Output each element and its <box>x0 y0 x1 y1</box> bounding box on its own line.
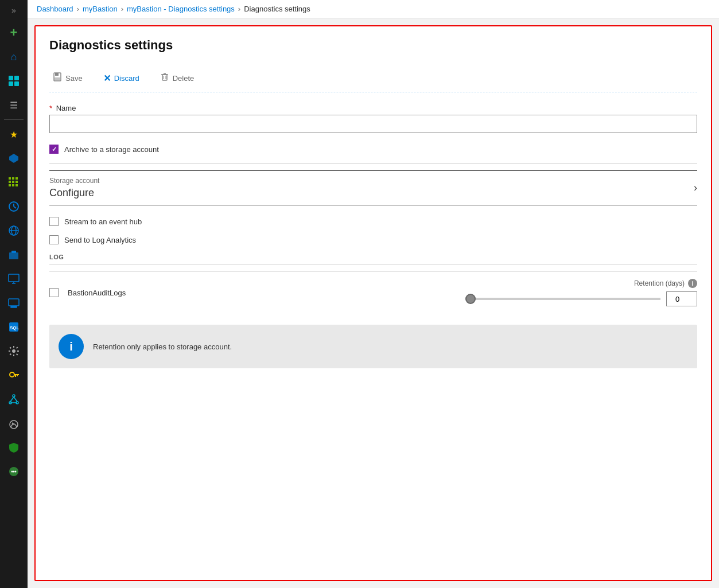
svg-rect-47 <box>55 73 59 76</box>
retention-label: Retention (days) i <box>634 279 697 288</box>
delete-button[interactable]: Delete <box>157 70 198 86</box>
breadcrumb-dashboard[interactable]: Dashboard <box>37 5 73 13</box>
sidebar-item-resources[interactable] <box>0 146 28 170</box>
slider-row <box>169 291 697 306</box>
breadcrumb-mybastion[interactable]: myBastion <box>83 5 118 13</box>
send-log-checkbox[interactable] <box>49 235 59 244</box>
sidebar-collapse-btn[interactable]: » <box>0 0 28 21</box>
discard-label: Discard <box>114 74 139 83</box>
svg-line-38 <box>14 397 17 402</box>
sidebar-item-recent[interactable] <box>0 194 28 219</box>
svg-rect-20 <box>9 252 18 259</box>
breadcrumb-sep-3: › <box>238 5 240 13</box>
delete-label: Delete <box>173 74 195 83</box>
sidebar-item-vm[interactable] <box>0 267 28 291</box>
stream-checkbox[interactable] <box>49 217 59 226</box>
cube-icon <box>8 153 20 164</box>
key-icon <box>8 369 20 381</box>
sidebar-item-sql[interactable]: SQL <box>0 315 28 339</box>
breadcrumb-diagnostics-link[interactable]: myBastion - Diagnostics settings <box>127 5 235 13</box>
svg-rect-12 <box>12 184 14 186</box>
sidebar-item-more[interactable] <box>0 460 28 484</box>
svg-marker-4 <box>9 154 18 163</box>
sidebar-item-keyvault[interactable] <box>0 363 28 387</box>
storage-configure-link[interactable]: Configure <box>49 187 694 199</box>
sidebar-item-gear[interactable] <box>0 339 28 363</box>
log-row-checkbox[interactable] <box>49 288 59 297</box>
save-button[interactable]: Save <box>49 70 86 86</box>
breadcrumb: Dashboard › myBastion › myBastion - Diag… <box>28 0 719 18</box>
sidebar-divider <box>4 119 24 120</box>
svg-rect-25 <box>9 299 19 306</box>
info-banner-text: Retention only applies to storage accoun… <box>93 342 232 351</box>
retention-area: Retention (days) i <box>169 279 697 306</box>
sidebar-item-favorites[interactable]: ★ <box>0 122 28 146</box>
plus-icon: + <box>10 25 18 40</box>
svg-point-30 <box>10 372 14 377</box>
page-title: Diagnostics settings <box>49 38 697 53</box>
archive-label[interactable]: Archive to a storage account <box>64 145 159 154</box>
monitor2-icon <box>8 297 20 309</box>
svg-rect-5 <box>9 177 11 180</box>
monitor-icon <box>8 273 20 285</box>
sidebar-item-dashboard[interactable] <box>0 69 28 93</box>
archive-checkbox[interactable]: ✓ <box>49 145 59 154</box>
retention-info-icon[interactable]: i <box>688 279 697 288</box>
sidebar-item-monitor[interactable] <box>0 411 28 435</box>
home-icon: ⌂ <box>11 51 17 63</box>
log-row: BastionAuditLogs Retention (days) i <box>49 271 697 313</box>
required-star: * <box>49 104 52 112</box>
svg-rect-13 <box>15 184 18 186</box>
toolbar: Save ✕ Discard Delete <box>49 64 697 92</box>
menu-icon: ☰ <box>10 100 18 111</box>
sidebar-item-create[interactable]: + <box>0 21 28 45</box>
svg-rect-7 <box>15 177 18 180</box>
sidebar-item-resourcegroups[interactable] <box>0 243 28 267</box>
sidebar-item-appservices[interactable] <box>0 291 28 315</box>
retention-slider[interactable] <box>465 298 660 300</box>
breadcrumb-current: Diagnostics settings <box>244 5 310 13</box>
info-banner: i Retention only applies to storage acco… <box>49 325 697 368</box>
discard-button[interactable]: ✕ Discard <box>100 71 143 86</box>
sidebar-item-home[interactable]: ⌂ <box>0 45 28 69</box>
sidebar-item-vnet[interactable] <box>0 387 28 411</box>
save-label: Save <box>65 74 83 83</box>
sidebar-item-allservices[interactable] <box>0 170 28 194</box>
archive-separator <box>49 163 697 163</box>
breadcrumb-sep-2: › <box>121 5 123 13</box>
archive-checkbox-row: ✓ Archive to a storage account <box>49 145 697 154</box>
svg-point-29 <box>12 349 15 353</box>
gear-icon <box>8 345 20 357</box>
sidebar-item-menu[interactable]: ☰ <box>0 93 28 117</box>
storage-account-label: Storage account <box>49 177 694 185</box>
svg-rect-10 <box>15 181 18 183</box>
svg-point-45 <box>15 471 17 473</box>
log-row-name: BastionAuditLogs <box>68 289 160 297</box>
save-icon <box>53 72 62 84</box>
discard-icon: ✕ <box>103 73 111 84</box>
sql-icon: SQL <box>8 321 20 333</box>
speed-icon <box>8 418 20 429</box>
content-panel: Diagnostics settings Save ✕ Discard <box>34 25 712 581</box>
svg-point-34 <box>13 395 15 397</box>
retention-input[interactable] <box>666 291 697 306</box>
svg-rect-11 <box>9 184 11 186</box>
info-icon: i <box>59 334 84 359</box>
globe-icon <box>8 225 20 236</box>
dashboard-icon <box>8 75 20 87</box>
svg-rect-2 <box>9 81 13 86</box>
stream-label[interactable]: Stream to an event hub <box>64 217 142 226</box>
name-label: * Name <box>49 104 697 112</box>
retention-label-text: Retention (days) <box>634 279 685 287</box>
checkmark-icon: ✓ <box>52 146 57 153</box>
svg-rect-21 <box>11 251 16 253</box>
box-icon <box>8 249 20 260</box>
sidebar-item-subscriptions[interactable] <box>0 219 28 243</box>
clock-icon <box>8 201 20 212</box>
sidebar-item-defender[interactable] <box>0 435 28 460</box>
name-input[interactable] <box>49 115 697 133</box>
storage-chevron-right-icon[interactable]: › <box>694 182 697 194</box>
svg-point-44 <box>13 471 15 473</box>
send-log-label[interactable]: Send to Log Analytics <box>64 236 136 244</box>
svg-rect-9 <box>12 181 14 183</box>
